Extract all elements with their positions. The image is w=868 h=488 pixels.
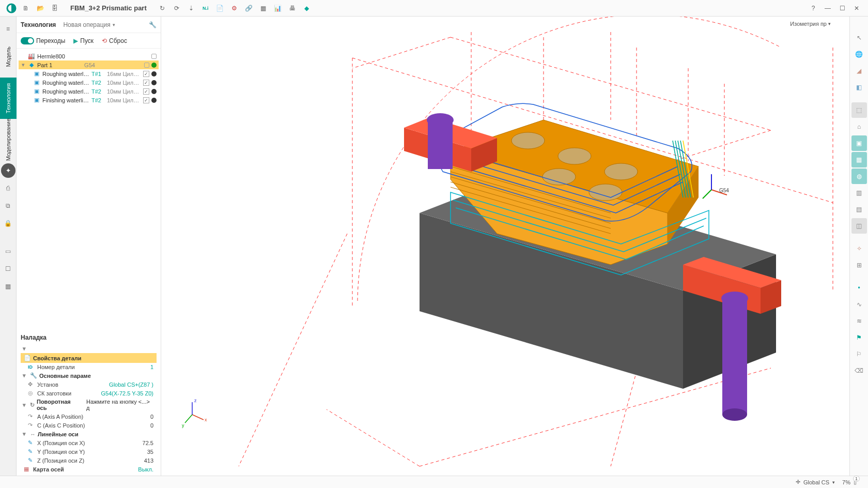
tree-op[interactable]: ▣ Roughing waterline2 T#2 10мм Цилинд ✓: [19, 78, 159, 87]
svg-point-13: [542, 169, 576, 185]
op-icon: ▣: [33, 79, 40, 86]
zoom-indicator[interactable]: 7% ▯ 1: [842, 479, 857, 485]
trash-icon[interactable]: ⌫: [851, 363, 867, 378]
link-icon[interactable]: 🔗: [242, 1, 256, 16]
viewport[interactable]: Изометрия пр▾: [161, 17, 849, 476]
tree-machine[interactable]: 🏭 Hermle800: [19, 52, 159, 60]
minimize-icon[interactable]: ―: [820, 1, 835, 16]
svg-line-3: [673, 130, 771, 161]
clear-icon[interactable]: ✧: [851, 241, 867, 256]
prop-setup[interactable]: ✥УстановGlobal CS+(Z87 ): [21, 380, 157, 389]
nc-icon[interactable]: N.i: [198, 1, 213, 16]
report-icon[interactable]: 📄: [213, 1, 227, 16]
panel-settings-icon[interactable]: 🔧: [149, 21, 157, 28]
detail-head[interactable]: 📄Свойства детали: [21, 353, 157, 363]
reset-button[interactable]: ⟲Сброс: [102, 37, 127, 44]
rail-tab-technology[interactable]: Технология: [0, 78, 17, 119]
face-icon[interactable]: ◢: [851, 63, 867, 79]
rail-grid-icon[interactable]: ▦: [1, 279, 16, 294]
cube-icon[interactable]: ◧: [851, 80, 867, 95]
badge-count: 1: [853, 476, 860, 482]
view8-icon[interactable]: ◫: [851, 218, 867, 234]
new-file-icon[interactable]: 🗎: [19, 1, 33, 16]
prop-axis-x[interactable]: ✎X (Позиция оси X)72.5: [21, 438, 157, 447]
clamp-left: [404, 113, 497, 172]
new-operation-dropdown[interactable]: Новая операция▾: [63, 21, 115, 28]
svg-text:G54: G54: [719, 188, 729, 193]
prop-axis-a[interactable]: ↷A (Axis A Position)0: [21, 412, 157, 421]
layers-icon[interactable]: ≋: [851, 313, 867, 329]
cursor-icon[interactable]: ↖: [851, 30, 867, 45]
rail-menu-icon[interactable]: ≡: [1, 22, 16, 36]
view4-icon[interactable]: ▦: [851, 152, 867, 167]
chart-icon[interactable]: 📊: [271, 1, 285, 16]
svg-rect-29: [428, 120, 453, 169]
rail-origin-icon[interactable]: ✦: [1, 163, 16, 178]
view1-icon[interactable]: ⬚: [851, 102, 867, 118]
axis-z-icon: ✎: [28, 457, 35, 464]
rebuild-icon[interactable]: ⟳: [169, 1, 184, 16]
rail-lock-icon[interactable]: 🔒: [1, 216, 16, 231]
view7-icon[interactable]: ▤: [851, 202, 867, 217]
view5-icon[interactable]: ◍: [851, 169, 867, 184]
rail-rect-icon[interactable]: ▭: [1, 244, 16, 258]
detail-group[interactable]: ▾: [21, 344, 157, 353]
svg-rect-34: [722, 298, 747, 415]
view6-icon[interactable]: ▥: [851, 185, 867, 201]
part-icon: ◆: [28, 62, 35, 69]
tree-op[interactable]: ▣ Finishing waterline T#2 10мм Цилинд ✓: [19, 96, 159, 104]
grid-icon[interactable]: ⊞: [851, 257, 867, 273]
prop-axis-c[interactable]: ↷C (Axis C Position)0: [21, 421, 157, 430]
rail-tab-model[interactable]: Модель: [0, 36, 17, 78]
svg-point-11: [558, 148, 591, 164]
op-icon: ▣: [33, 88, 40, 95]
prop-workcs[interactable]: ◎СК заготовкиG54(X-72.5 Y-35 Z0): [21, 389, 157, 398]
save-file-icon[interactable]: 🗄: [48, 1, 62, 16]
refresh-icon[interactable]: ↻: [155, 1, 169, 16]
rail-select-icon[interactable]: ☐: [1, 262, 16, 276]
machine-icon: 🏭: [28, 53, 35, 60]
tree-op[interactable]: ▣ Roughing waterline3 T#2 10мм Цилинд ✓: [19, 87, 159, 96]
svg-text:y: y: [182, 423, 184, 428]
operation-tree: 🏭 Hermle800 ▾◆ Part 1 G54 ▣ Roughing wat…: [17, 49, 161, 108]
sim-icon[interactable]: ◆: [300, 1, 314, 16]
view-icon[interactable]: ▦: [256, 1, 271, 16]
tree-op[interactable]: ▣ Roughing waterline T#1 16мм Цилинд ✓: [19, 69, 159, 78]
flag1-icon[interactable]: ⚑: [851, 330, 867, 345]
check-icon: ✓: [143, 71, 149, 77]
rail-tab-modeling[interactable]: Моделирование: [0, 119, 17, 160]
prop-axesmap[interactable]: ▦Карта осейВыкл.: [21, 465, 157, 474]
global-cs-dropdown[interactable]: ✛ Global CS ▾: [796, 479, 835, 485]
prop-axis-z[interactable]: ✎Z (Позиция оси Z)413: [21, 456, 157, 465]
rotary-group[interactable]: ▾↻Поворотная осьНажмите на кнопку <...> …: [21, 398, 157, 412]
view2-icon[interactable]: ⌂: [851, 119, 867, 134]
toolpath-icon[interactable]: ⇣: [184, 1, 198, 16]
run-button[interactable]: ▶Пуск: [73, 37, 94, 44]
print-icon[interactable]: 🖶: [285, 1, 300, 16]
mainparams-group[interactable]: ▾🔧Основные параме: [21, 371, 157, 380]
globe-icon[interactable]: 🌐: [851, 47, 867, 62]
top-toolbar: 🗎 📂 🗄 FBM_3+2 Prismatic part ↻ ⟳ ⇣ N.i 📄…: [0, 0, 868, 17]
help-icon[interactable]: ?: [806, 1, 820, 16]
linear-group[interactable]: ▾↔Линейные оси: [21, 430, 157, 438]
options-icon[interactable]: ⚙: [227, 1, 242, 16]
tree-part[interactable]: ▾◆ Part 1 G54: [19, 60, 159, 69]
dot-icon[interactable]: •: [851, 280, 867, 296]
wave-icon[interactable]: ∿: [851, 297, 867, 312]
open-file-icon[interactable]: 📂: [33, 1, 48, 16]
flag2-icon[interactable]: ⚐: [851, 346, 867, 362]
app-logo[interactable]: [4, 1, 19, 16]
transitions-toggle[interactable]: Переходы: [21, 37, 65, 44]
close-icon[interactable]: ✕: [849, 1, 864, 16]
prop-partnum[interactable]: IDНомер детали1: [21, 363, 157, 371]
maximize-icon[interactable]: ☐: [835, 1, 849, 16]
target-icon: ◎: [28, 390, 35, 396]
play-icon: ▶: [73, 37, 78, 44]
rail-copy-icon[interactable]: ⧉: [1, 199, 16, 213]
view-orientation-dropdown[interactable]: Изометрия пр▾: [790, 21, 831, 27]
prop-axis-y[interactable]: ✎Y (Позиция оси Y)35: [21, 447, 157, 456]
view3-icon[interactable]: ▣: [851, 135, 867, 151]
cs-icon: ✛: [796, 479, 800, 485]
rail-print-icon[interactable]: ⎙: [1, 181, 16, 195]
setup-title: Наладка: [21, 334, 157, 341]
